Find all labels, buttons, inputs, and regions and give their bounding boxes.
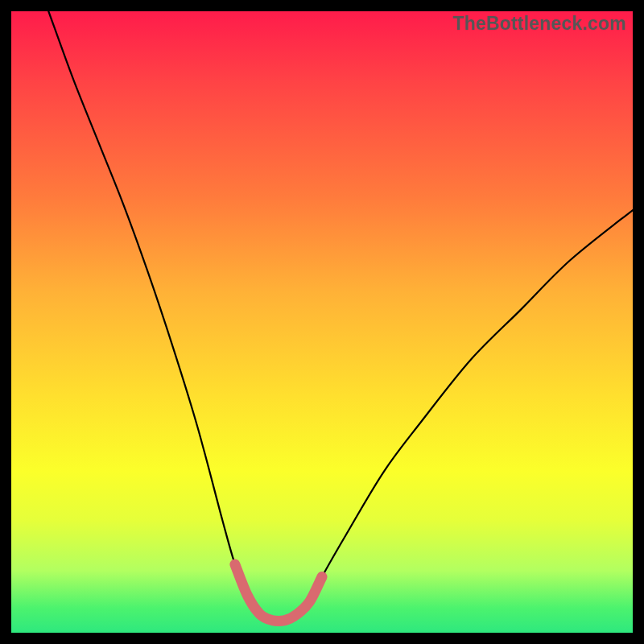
plot-area — [11, 11, 633, 633]
watermark-text: TheBottleneck.com — [452, 13, 626, 35]
bottleneck-curve — [48, 11, 633, 621]
curve-layer — [11, 11, 633, 633]
bottleneck-curve-highlight — [235, 564, 322, 621]
chart-frame: TheBottleneck.com — [0, 0, 644, 644]
